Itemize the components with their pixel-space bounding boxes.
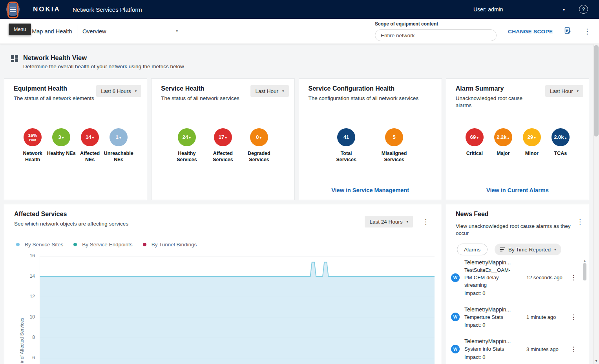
page-scrollbar[interactable]: ▾ bbox=[593, 44, 599, 364]
severity-badge: W bbox=[451, 273, 460, 282]
metric-label: Minor bbox=[525, 150, 539, 157]
metric-value: 29▼ bbox=[528, 135, 536, 140]
menu-tooltip: Menu bbox=[9, 24, 31, 35]
section-subtitle: Determine the overall health of your net… bbox=[23, 64, 184, 69]
trend-down-icon: ▼ bbox=[533, 136, 536, 139]
alarm-detail: TestSuiteEx__OAM-PM-CFM-delay-streaming bbox=[464, 267, 515, 289]
time-filter-dropdown[interactable]: Last 6 Hours ▾ bbox=[96, 85, 141, 97]
metric-value: 16% bbox=[28, 133, 37, 138]
sort-dropdown[interactable]: By Time Reported ▾ bbox=[495, 244, 561, 255]
time-filter-dropdown[interactable]: Last Hour ▾ bbox=[250, 85, 289, 97]
chevron-down-icon: ▾ bbox=[406, 220, 408, 224]
metric-value: 2.0k▲ bbox=[554, 135, 567, 140]
more-options-icon[interactable]: ⋮ bbox=[570, 314, 577, 320]
card-title: Affected Services bbox=[14, 211, 128, 218]
trend-up-icon: ▲ bbox=[507, 136, 510, 139]
metric-value: 14▼ bbox=[86, 135, 94, 140]
legend-label: By Service Sites bbox=[25, 242, 63, 248]
card-title: Service Health bbox=[161, 85, 239, 92]
trend-down-icon: ▼ bbox=[225, 136, 227, 139]
metric: 16% Poor Network Health bbox=[18, 128, 47, 163]
legend-item[interactable]: By Service Endpoints bbox=[73, 242, 132, 248]
metric-value: 69▼ bbox=[470, 135, 479, 140]
metric-label: Critical bbox=[466, 150, 483, 157]
legend-dot bbox=[16, 243, 20, 246]
card-link[interactable]: View in Current Alarms bbox=[446, 187, 589, 193]
report-icon[interactable] bbox=[564, 27, 572, 36]
metric-value: 3▼ bbox=[58, 135, 64, 140]
section-title: Network Health View bbox=[23, 54, 184, 62]
trend-down-icon: ▼ bbox=[259, 136, 262, 139]
y-tick-label: 12 bbox=[30, 294, 35, 299]
trend-down-icon: ▼ bbox=[119, 136, 122, 139]
sort-dropdown-value: By Time Reported bbox=[508, 247, 551, 253]
alarm-timestamp: 12 seconds ago bbox=[524, 275, 570, 280]
metric-label: Unreachable NEs bbox=[104, 150, 133, 163]
metric: 17▼ Affected Services bbox=[208, 128, 237, 163]
news-feed-card: News Feed ⋮ View unacknowledged root cau… bbox=[446, 204, 589, 364]
metric-bubble: 1▼ bbox=[110, 128, 128, 146]
y-tick-label: 10 bbox=[30, 314, 35, 320]
more-options-icon[interactable]: ⋮ bbox=[570, 346, 577, 353]
dashboard-icon bbox=[11, 55, 18, 69]
news-feed-scrollbar[interactable]: ▴ bbox=[583, 258, 586, 364]
toolbar: Network Map and Health Overview ▾ Scope … bbox=[0, 19, 599, 44]
metric-bubble: 41 bbox=[337, 128, 355, 146]
severity-badge: W bbox=[451, 345, 460, 353]
metric-value: 2.2k▲ bbox=[497, 135, 510, 140]
health-card: Equipment Health The status of all netwo… bbox=[4, 78, 147, 200]
alarm-list-item[interactable]: W TelemetryMappin... System info Stats I… bbox=[451, 338, 577, 360]
scrollbar-thumb[interactable] bbox=[583, 263, 586, 280]
metric: 24▼ Healthy Services bbox=[172, 128, 201, 163]
legend-label: By Service Endpoints bbox=[82, 242, 132, 248]
more-options-icon[interactable]: ⋮ bbox=[584, 27, 591, 36]
trend-down-icon: ▼ bbox=[476, 136, 479, 139]
alarm-impact: Impact: 0 bbox=[464, 354, 524, 360]
legend-item[interactable]: By Service Sites bbox=[16, 242, 63, 248]
metric: 2.2k▲ Major bbox=[489, 128, 517, 157]
help-icon[interactable]: ? bbox=[579, 5, 588, 14]
time-filter-dropdown[interactable]: Last 24 Hours ▾ bbox=[365, 216, 413, 228]
metric-sub-value: Poor bbox=[29, 138, 36, 142]
divider bbox=[77, 25, 77, 38]
metric-bubble: 0▼ bbox=[250, 128, 268, 146]
user-menu[interactable]: User: admin bbox=[473, 6, 503, 13]
metrics-row: 24▼ Healthy Services 17▼ Affected Servic… bbox=[159, 128, 286, 163]
more-options-icon[interactable]: ⋮ bbox=[422, 218, 429, 225]
card-title: News Feed bbox=[456, 211, 583, 218]
scroll-up-arrow[interactable]: ▴ bbox=[583, 258, 586, 262]
alarm-impact: Impact: 0 bbox=[464, 322, 524, 328]
scroll-down-arrow[interactable]: ▾ bbox=[594, 359, 599, 363]
chevron-down-icon[interactable]: ▾ bbox=[563, 7, 565, 12]
metric: 2.0k▲ TCAs bbox=[546, 128, 575, 157]
legend-item[interactable]: By Tunnel Bindings bbox=[143, 242, 197, 248]
alarm-title: TelemetryMappin... bbox=[464, 306, 524, 313]
metrics-row: 69▼ Critical 2.2k▲ Major 29▼ Minor 2.0k▲… bbox=[454, 128, 581, 157]
alarm-detail: Temperture Stats bbox=[464, 314, 515, 321]
click-target-highlight bbox=[7, 2, 18, 18]
card-link[interactable]: View in Service Management bbox=[299, 187, 442, 193]
metric-label: Major bbox=[497, 150, 510, 157]
more-options-icon[interactable]: ⋮ bbox=[577, 218, 583, 225]
metric: 0▼ Degraded Services bbox=[245, 128, 273, 163]
scope-group: Scope of equipment content bbox=[375, 21, 497, 41]
metric-label: Affected Services bbox=[208, 150, 237, 163]
alarm-list-item[interactable]: W TelemetryMappin... Temperture Stats Im… bbox=[451, 306, 577, 328]
scope-input[interactable] bbox=[375, 29, 497, 41]
more-options-icon[interactable]: ⋮ bbox=[570, 274, 577, 281]
metric-value: 41 bbox=[343, 135, 349, 140]
change-scope-button[interactable]: CHANGE SCOPE bbox=[508, 28, 553, 34]
alarm-list-item[interactable]: W TelemetryMappin... TestSuiteEx__OAM-PM… bbox=[451, 259, 577, 296]
trend-down-icon: ▼ bbox=[62, 136, 64, 139]
view-dropdown[interactable]: Overview ▾ bbox=[82, 28, 178, 35]
metric-label: Degraded Services bbox=[245, 150, 273, 163]
time-filter-dropdown[interactable]: Last Hour ▾ bbox=[545, 85, 583, 97]
y-axis-label: # of Affected Services bbox=[19, 318, 25, 363]
alarm-timestamp: 3 minutes ago bbox=[524, 346, 570, 352]
scrollbar-thumb[interactable] bbox=[594, 45, 599, 136]
alarms-filter-chip[interactable]: Alarms bbox=[457, 244, 488, 255]
health-card: Service Configuration Health The configu… bbox=[299, 78, 442, 200]
metrics-row: 41 Total Services 5 Misaligned Services bbox=[307, 128, 434, 163]
trend-up-icon: ▲ bbox=[564, 136, 567, 139]
bottom-row: Affected Services See which network obje… bbox=[4, 204, 589, 364]
